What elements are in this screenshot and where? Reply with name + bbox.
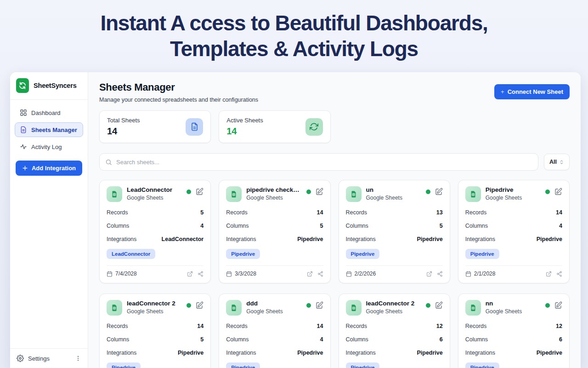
integrations-value: LeadConnector: [162, 236, 204, 242]
sheet-card: un Google Sheets Records 13 Columns: [339, 180, 450, 283]
integration-tag: LeadConnector: [107, 249, 155, 259]
columns-label: Columns: [346, 336, 368, 343]
integrations-value: Pipedrive: [297, 236, 323, 242]
sidebar-item-dashboard[interactable]: Dashboard: [15, 105, 83, 120]
sheet-card-header: Pipedrive Google Sheets: [465, 186, 562, 202]
edit-sheet-button[interactable]: [435, 301, 443, 310]
sheet-meta: Records 14 Columns 5 Integrations Pipedr…: [226, 206, 323, 246]
plus-icon: [22, 165, 28, 171]
app-window: SheetSyncers Dashboard: [10, 72, 581, 368]
share-button[interactable]: [317, 271, 323, 277]
sheet-date: 3/3/2028: [235, 270, 256, 277]
share-button[interactable]: [556, 271, 562, 277]
open-external-link-button[interactable]: [187, 271, 193, 277]
active-status-dot: [306, 303, 311, 308]
share-button[interactable]: [198, 271, 204, 277]
open-external-link-button[interactable]: [426, 271, 432, 277]
document-icon: [186, 118, 203, 136]
open-external-link-button[interactable]: [546, 271, 552, 277]
kebab-menu-icon[interactable]: [75, 355, 81, 362]
add-integration-button[interactable]: Add Integration: [16, 161, 82, 176]
sheet-platform: Google Sheets: [486, 308, 539, 315]
integrations-value: Pipedrive: [417, 350, 442, 356]
records-label: Records: [346, 209, 368, 216]
columns-label: Columns: [465, 223, 488, 229]
sheet-meta: Records 5 Columns 4 Integrations LeadCon…: [107, 206, 204, 246]
active-status-dot: [545, 190, 550, 194]
edit-sheet-button[interactable]: [315, 301, 323, 310]
sheet-card-footer: 3/3/2028: [226, 265, 323, 277]
sheet-card: pipedrive checking shar... Google Sheets…: [219, 180, 330, 283]
integration-tag: Pipedrive: [346, 362, 380, 368]
sheet-card-header: LeadConnector Google Sheets: [107, 186, 204, 202]
active-status-dot: [187, 190, 191, 194]
active-status-dot: [426, 303, 430, 308]
integrations-value: Pipedrive: [417, 236, 442, 242]
edit-sheet-button[interactable]: [435, 188, 443, 196]
integration-tag: Pipedrive: [465, 362, 499, 368]
edit-sheet-button[interactable]: [195, 301, 204, 310]
share-button[interactable]: [437, 271, 443, 277]
sheet-card-header: pipedrive checking shar... Google Sheets: [226, 186, 323, 202]
filter-value: All: [549, 159, 557, 165]
sheet-meta: Records 14 Columns 5 Integrations Pipedr…: [107, 319, 204, 359]
columns-value: 5: [440, 223, 443, 229]
stat-card-total-sheets: Total Sheets 14: [99, 110, 211, 143]
sheet-card-header: un Google Sheets: [346, 186, 443, 202]
search-icon: [105, 159, 112, 166]
sheet-card-header: nn Google Sheets: [465, 300, 562, 316]
integration-tag: Pipedrive: [226, 362, 260, 368]
records-label: Records: [226, 323, 248, 329]
sidebar-item-sheets-manager[interactable]: Sheets Manager: [15, 122, 83, 137]
columns-label: Columns: [226, 336, 249, 343]
records-value: 13: [436, 209, 443, 216]
records-label: Records: [465, 323, 487, 329]
dashboard-grid-icon: [20, 109, 27, 116]
google-sheets-icon: [465, 186, 481, 202]
integrations-label: Integrations: [226, 350, 256, 356]
integration-tag: Pipedrive: [465, 249, 499, 259]
connect-new-sheet-button[interactable]: + Connect New Sheet: [494, 84, 570, 99]
edit-sheet-button[interactable]: [315, 188, 323, 196]
stat-value: 14: [226, 126, 263, 137]
hero-banner: Instant A ccess to Beautiful Dashboards,…: [0, 0, 588, 62]
records-value: 12: [436, 323, 443, 329]
sheet-title: leadConnector 2: [366, 300, 419, 307]
sidebar-item-activity-log[interactable]: Activity Log: [15, 139, 83, 154]
records-label: Records: [107, 323, 128, 329]
sheet-card-footer: 2/1/2028: [465, 265, 562, 277]
open-external-link-button[interactable]: [307, 271, 313, 277]
sheet-card: LeadConnector Google Sheets Records 5 Co: [99, 180, 211, 283]
active-status-dot: [545, 303, 550, 308]
gear-icon: [17, 355, 24, 362]
search-input[interactable]: [116, 159, 532, 166]
google-sheets-icon: [107, 300, 122, 316]
integration-tag: Pipedrive: [226, 249, 260, 259]
sheet-title: LeadConnector: [127, 186, 180, 193]
records-value: 14: [317, 323, 323, 329]
chevron-up-down-icon: [559, 160, 564, 165]
edit-sheet-button[interactable]: [554, 301, 562, 310]
edit-sheet-button[interactable]: [554, 188, 562, 196]
integration-tag: Pipedrive: [107, 362, 141, 368]
records-value: 14: [317, 209, 323, 216]
sheet-date: 7/4/2028: [115, 270, 137, 277]
sidebar-nav: Dashboard Sheets Manager Activity L: [10, 100, 88, 154]
stat-label: Total Sheets: [107, 117, 140, 124]
plus-icon: +: [501, 88, 504, 95]
sheet-meta: Records 12 Columns 6 Integrations Pipedr…: [346, 319, 443, 359]
hero-title-line-1: Instant A ccess to Beautiful Dashboards,: [0, 10, 588, 36]
sheet-platform: Google Sheets: [246, 308, 300, 315]
filter-dropdown[interactable]: All: [544, 154, 570, 170]
brand-name: SheetSyncers: [34, 82, 77, 89]
sheet-platform: Google Sheets: [486, 195, 539, 201]
edit-sheet-button[interactable]: [195, 188, 204, 196]
integrations-label: Integrations: [107, 350, 136, 356]
settings-label[interactable]: Settings: [28, 355, 50, 362]
active-status-dot: [187, 303, 191, 308]
columns-value: 4: [320, 336, 323, 343]
columns-label: Columns: [465, 336, 488, 343]
calendar-icon: [465, 271, 471, 277]
sheet-platform: Google Sheets: [127, 195, 180, 201]
sheet-card: leadConnector 2 Google Sheets Records 12: [339, 293, 450, 368]
